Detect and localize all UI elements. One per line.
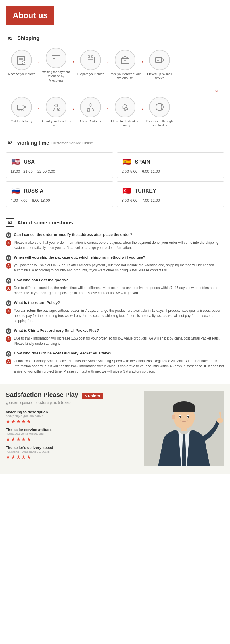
step-payment-icon (46, 48, 66, 68)
steps-row-2: Out for delivery ‹ Depart your local Pos… (6, 97, 224, 127)
time-card-russia: 🇷🇺 RUSSIA 4:00 -7:00 8:00-13:00 (6, 181, 113, 207)
qa-q-label-6: Q (6, 351, 12, 357)
about-header: About us (6, 6, 54, 25)
russia-time-1: 4:00 -7:00 (11, 198, 28, 203)
svg-rect-8 (87, 57, 94, 63)
turkey-flag: 🇹🇷 (122, 186, 132, 196)
qa-a-label-2: A (6, 263, 12, 269)
satisfaction-section: Satisfaction Please Play 5 Points удовле… (0, 384, 230, 474)
qa-item-3: Q How long can I get the goods? A Due to… (6, 278, 224, 296)
qa-q-text-5: What is China Post ordinary Small Packet… (14, 328, 99, 333)
time-card-usa: 🇺🇸 USA 18:00 - 21:00 22:00-3:00 (6, 152, 113, 178)
step-pack-label: Pack your order at out warehouse (109, 72, 141, 80)
arrow-down: ⌄ (6, 86, 224, 94)
satisfaction-subtitle: удовлетворение просьба играть 5 баллов (6, 401, 144, 405)
step-pickup-icon (149, 50, 170, 70)
working-time-subtitle: Customer Service Online (51, 141, 93, 145)
rating-label-3: The seller's delivery speed (6, 445, 144, 450)
qa-item-4: Q What is the return Policy? A You can r… (6, 300, 224, 323)
time-card-turkey: 🇹🇷 TURKEY 3:00-6:00 7:00-12:00 (117, 181, 224, 207)
qa-a-text-5: Due to track information will increase 1… (14, 336, 224, 346)
steps-row-1: Receive your order › waiting for payment… (6, 48, 224, 82)
qa-a-5: A Due to track information will increase… (6, 336, 224, 346)
qa-q-text-6: How long does China Post Oridinary Packe… (14, 351, 112, 356)
spain-time-1: 2:00-5:00 (122, 169, 137, 174)
time-card-turkey-header: 🇹🇷 TURKEY (122, 186, 219, 196)
step-flown: Flown to destination country (109, 97, 141, 127)
step-depart: Depart your local Post offic (40, 97, 72, 127)
qa-q-text-1: Can I cancel the order or modify the add… (14, 232, 132, 237)
rating-sublabel-1: подхдящие для описания (6, 414, 144, 418)
svg-rect-7 (53, 58, 55, 59)
time-grid: 🇺🇸 USA 18:00 - 21:00 22:00-3:00 🇪🇸 SPAIN… (6, 152, 224, 207)
person-illustration (144, 391, 224, 466)
step-depart-icon (46, 97, 66, 117)
qa-q-5: Q What is China Post ordinary Small Pack… (6, 328, 224, 334)
person-image-area (144, 391, 224, 467)
turkey-times: 3:00-6:00 7:00-12:00 (122, 198, 219, 203)
rating-label-1: Matching to description (6, 410, 144, 414)
qa-a-text-1: Please make sure that your order informa… (14, 240, 224, 250)
satisfaction-title-row: Satisfaction Please Play 5 Points (6, 391, 144, 399)
qa-list: Q Can I cancel the order or modify the a… (6, 232, 224, 374)
step-prepare-label: Prepare your order (77, 72, 104, 80)
shipping-label: Shipping (17, 35, 39, 41)
svg-point-38 (187, 416, 189, 418)
time-card-russia-header: 🇷🇺 RUSSIA (11, 186, 108, 196)
usa-time-2: 22:00-3:00 (37, 169, 55, 174)
russia-times: 4:00 -7:00 8:00-13:00 (11, 198, 108, 203)
step-pickup-label: Picked up by mail service (144, 72, 175, 80)
qa-a-4: A You can return the package, without re… (6, 308, 224, 323)
qa-a-label-3: A (6, 286, 12, 291)
svg-rect-16 (156, 57, 161, 63)
qa-item-6: Q How long does China Post Oridinary Pac… (6, 351, 224, 374)
qa-item-2: Q When will you ship the package out, wh… (6, 255, 224, 273)
qa-q-label-4: Q (6, 300, 12, 306)
satisfaction-left: Satisfaction Please Play 5 Points удовле… (6, 391, 144, 467)
time-card-spain: 🇪🇸 SPAIN 2:00-5:00 6:00-11:00 (117, 152, 224, 178)
qa-q-label-1: Q (6, 232, 12, 238)
questions-num: 03 (6, 218, 14, 227)
arrow-r2-2: ‹ (72, 106, 74, 119)
step-customs: Clear Customs (75, 97, 106, 127)
spain-name: SPAIN (135, 159, 150, 165)
turkey-name: TURKEY (135, 188, 156, 194)
step-prepare: Prepare your order (75, 50, 106, 80)
svg-rect-5 (52, 55, 60, 61)
svg-point-39 (172, 415, 175, 419)
usa-times: 18:00 - 21:00 22:00-3:00 (11, 169, 108, 174)
qa-a-text-3: Due to different countries, the arrival … (14, 285, 224, 296)
step-sort-label: Processed through sort facility (144, 119, 175, 127)
step-receive-label: Receive your order (8, 72, 35, 80)
step-receive: Receive your order (6, 50, 37, 80)
qa-q-text-3: How long can I get the goods? (14, 278, 68, 283)
qa-q-label-3: Q (6, 278, 12, 284)
qa-a-label-6: A (6, 359, 12, 364)
step-pack: Pack your order at out warehouse (109, 50, 141, 80)
time-card-usa-header: 🇺🇸 USA (11, 157, 108, 167)
qa-a-text-4: You can return the package, without reas… (14, 308, 224, 323)
arrow-4: › (141, 59, 143, 71)
qa-item-1: Q Can I cancel the order or modify the a… (6, 232, 224, 250)
step-prepare-icon (80, 50, 101, 70)
satisfaction-title: Satisfaction Please Play (6, 391, 78, 398)
step-payment-label: waiting for payment released by Aliexpre… (40, 70, 72, 82)
qa-q-4: Q What is the return Policy? (6, 300, 224, 306)
arrow-1: › (38, 59, 40, 71)
russia-flag: 🇷🇺 (11, 186, 21, 196)
shipping-num: 01 (6, 34, 14, 42)
qa-a-text-2: you package will ship out in 72 hours af… (14, 263, 224, 273)
about-header-wrapper: About us (0, 0, 230, 31)
working-time-num: 02 (6, 139, 14, 147)
step-sort-icon (149, 97, 170, 117)
rating-stars-2: ★★★★★ (6, 436, 144, 443)
spain-times: 2:00-5:00 6:00-11:00 (122, 169, 219, 174)
step-out-delivery: Out for delivery (6, 97, 37, 127)
svg-rect-19 (17, 105, 23, 110)
arrow-r2-3: ‹ (107, 106, 109, 119)
step-receive-icon (11, 50, 32, 70)
qa-a-text-6: China Post Oridinary Small Packet Plus h… (14, 358, 224, 374)
questions-section: 03 About some questions Q Can I cancel t… (0, 216, 230, 384)
step-out-delivery-icon (11, 97, 32, 117)
time-card-spain-header: 🇪🇸 SPAIN (122, 157, 219, 167)
